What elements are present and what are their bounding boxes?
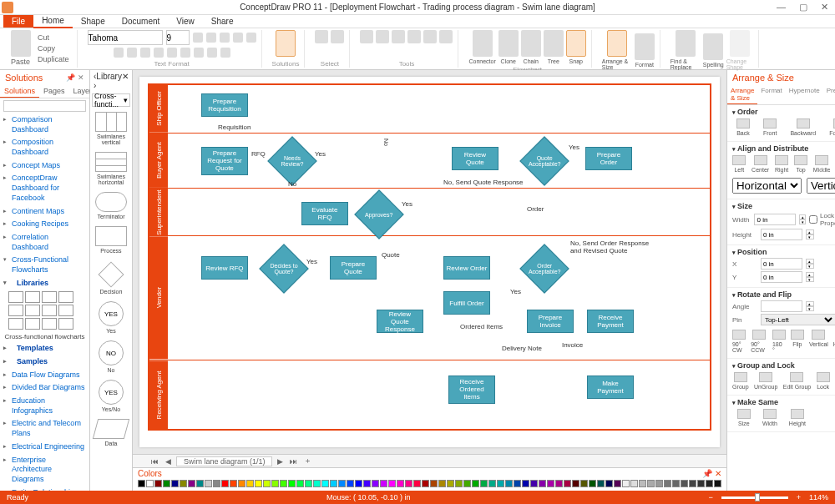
font-size-select[interactable] xyxy=(166,30,190,45)
color-swatch[interactable] xyxy=(330,480,337,487)
edit-group-btn[interactable]: Edit Group xyxy=(783,372,811,390)
spin-down[interactable]: ▾ xyxy=(806,234,814,239)
node-prepare-invoice[interactable]: Prepare Invoice xyxy=(527,310,574,333)
maximize-button[interactable]: ▢ xyxy=(796,2,811,13)
distribute-horizontal[interactable]: Horizontal xyxy=(732,178,802,194)
zoom-in[interactable]: + xyxy=(797,493,801,501)
order-back[interactable]: Back xyxy=(736,118,750,136)
select-lasso-icon[interactable] xyxy=(331,30,344,43)
valign-bot-icon[interactable] xyxy=(220,48,230,58)
align-right-icon[interactable] xyxy=(246,33,256,43)
align-left[interactable]: Left xyxy=(732,155,746,173)
pin-select[interactable]: Top-Left xyxy=(761,314,835,325)
library-dropdown[interactable]: Cross-functi...▾ xyxy=(92,93,130,107)
color-swatch[interactable] xyxy=(422,480,429,487)
order-front[interactable]: Front xyxy=(763,118,777,136)
y-input[interactable] xyxy=(761,271,802,283)
lib-thumb[interactable] xyxy=(8,305,23,316)
color-swatch[interactable] xyxy=(138,480,145,487)
node-prepare-rfq[interactable]: Prepare Request for Quote xyxy=(201,147,248,175)
align-right[interactable]: Right xyxy=(775,155,788,173)
sol-samples[interactable]: Samples xyxy=(0,355,89,369)
node-evaluate-rfq[interactable]: Evaluate RFQ xyxy=(301,202,348,225)
color-swatch[interactable] xyxy=(347,480,354,487)
node-review-rfq[interactable]: Review RFQ xyxy=(201,256,248,280)
color-swatch[interactable] xyxy=(263,480,271,487)
color-swatch[interactable] xyxy=(514,480,521,487)
rotate-90cw[interactable]: 90° CW xyxy=(732,330,746,353)
color-swatch[interactable] xyxy=(572,480,579,487)
node-approves[interactable]: Approves? xyxy=(354,189,403,239)
node-prepare-requisition[interactable]: Prepare Requisition xyxy=(201,93,248,117)
tab-nav-last[interactable]: ⏭ xyxy=(288,457,299,466)
color-swatch[interactable] xyxy=(313,480,321,487)
rtab-format[interactable]: Format xyxy=(757,85,785,104)
rtab-hypernote[interactable]: Hypernote xyxy=(786,85,823,104)
tool-rect-icon[interactable] xyxy=(360,30,373,43)
color-swatch[interactable] xyxy=(655,480,663,487)
flip[interactable]: Flip xyxy=(791,330,804,353)
node-fulfill-order[interactable]: Fulfill Order xyxy=(443,291,490,315)
color-swatch[interactable] xyxy=(288,480,296,487)
color-swatch[interactable] xyxy=(146,480,154,487)
lib-process[interactable]: Process xyxy=(90,223,132,257)
color-swatch[interactable] xyxy=(363,480,371,487)
tool-pen-icon[interactable] xyxy=(439,30,453,43)
lib-terminator[interactable]: Terminator xyxy=(90,189,132,223)
menu-home[interactable]: Home xyxy=(33,14,73,28)
color-swatch[interactable] xyxy=(564,480,571,487)
color-swatch[interactable] xyxy=(413,480,421,487)
color-swatch[interactable] xyxy=(255,480,262,487)
zoom-slider[interactable] xyxy=(721,496,788,499)
align-top[interactable]: Top xyxy=(794,155,807,173)
close-button[interactable]: ✕ xyxy=(817,2,832,13)
lib-thumb[interactable] xyxy=(42,291,57,303)
color-swatch[interactable] xyxy=(589,480,596,487)
color-swatch[interactable] xyxy=(355,480,362,487)
color-swatch[interactable] xyxy=(672,480,680,487)
color-swatch[interactable] xyxy=(605,480,613,487)
tree-icon[interactable] xyxy=(544,30,564,57)
sol-item[interactable]: Electric and Telecom Plans xyxy=(0,417,89,440)
color-swatch[interactable] xyxy=(397,480,404,487)
align-middle[interactable]: Middle xyxy=(813,155,831,173)
tool-ellipse-icon[interactable] xyxy=(376,30,389,43)
color-swatch[interactable] xyxy=(205,480,212,487)
color-swatch[interactable] xyxy=(372,480,379,487)
lib-thumb[interactable] xyxy=(8,291,23,303)
font-name-select[interactable] xyxy=(88,30,163,45)
color-swatch[interactable] xyxy=(171,480,179,487)
tool-text-icon[interactable] xyxy=(423,30,437,43)
distribute-vertical[interactable]: Vertical xyxy=(807,178,835,194)
order-backward[interactable]: Backward xyxy=(790,118,816,136)
spin-down[interactable]: ▾ xyxy=(799,219,806,224)
bold-icon[interactable] xyxy=(114,48,124,58)
solutions-icon[interactable] xyxy=(276,30,296,57)
lock-btn[interactable]: Lock xyxy=(817,372,830,390)
tool-arc-icon[interactable] xyxy=(407,30,421,43)
angle-input[interactable] xyxy=(761,300,802,312)
duplicate-button[interactable]: Duplicate xyxy=(35,54,72,64)
align-left-icon[interactable] xyxy=(220,33,230,43)
copy-button[interactable]: Copy xyxy=(35,43,72,53)
color-swatch[interactable] xyxy=(547,480,554,487)
menu-share[interactable]: Share xyxy=(203,15,242,28)
paste-icon[interactable] xyxy=(11,30,31,57)
makesame-size[interactable]: Size xyxy=(737,409,751,426)
font-increase-icon[interactable] xyxy=(193,33,203,43)
tab-nav-next[interactable]: ▶ xyxy=(276,457,285,466)
color-swatch[interactable] xyxy=(697,480,705,487)
color-swatch[interactable] xyxy=(664,480,671,487)
lib-thumb[interactable] xyxy=(42,318,57,330)
align-center[interactable]: Center xyxy=(752,155,769,173)
underline-icon[interactable] xyxy=(140,48,150,58)
canvas[interactable]: Ship Officer Prepare Requisition Requisi… xyxy=(133,70,726,454)
color-swatch[interactable] xyxy=(305,480,312,487)
flip-vertical[interactable]: Vertical xyxy=(809,330,828,353)
spin-down[interactable]: ▾ xyxy=(806,306,814,311)
tab-pages[interactable]: Pages xyxy=(39,85,69,98)
color-swatch[interactable] xyxy=(238,480,245,487)
sol-item[interactable]: Electrical Engineering xyxy=(0,441,89,454)
color-swatch[interactable] xyxy=(714,480,721,487)
color-swatch[interactable] xyxy=(405,480,412,487)
